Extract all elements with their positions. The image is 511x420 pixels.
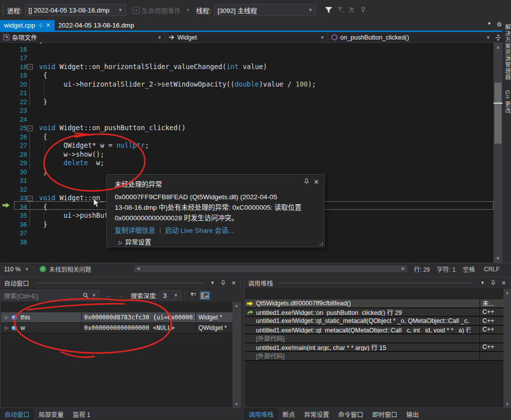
project-dropdown[interactable]: 杂项文件 ▼ <box>0 32 165 43</box>
window-position-icon[interactable]: ▼ <box>209 280 216 285</box>
scroll-up-arrow[interactable]: ▲ <box>503 290 511 295</box>
right-panel-tab-0[interactable]: 调用堆栈 <box>244 408 278 420</box>
scroll-left-arrow[interactable]: ◀ <box>136 266 140 271</box>
callstack-frame-0[interactable]: Qt5Widgets.dll!00007ff9cfb8fead()未... <box>245 299 503 308</box>
code-line-20[interactable]: 20 ui->horizontalSlider_2->setWindowOpac… <box>0 80 503 89</box>
fold-collapse-icon[interactable]: − <box>27 196 33 201</box>
health-check-icon[interactable]: ✓ <box>40 266 46 272</box>
value-cell[interactable]: 0x0000000000000000 <NULL> <box>84 323 194 333</box>
scroll-right-arrow[interactable]: ▶ <box>402 266 405 271</box>
autos-row-w[interactable]: ▷w0x0000000000000000 <NULL>QWidget * <box>1 323 232 333</box>
scroll-up-arrow[interactable]: ▲ <box>232 303 240 308</box>
name-cell[interactable]: ▷this <box>1 312 81 322</box>
expand-triangle-icon[interactable]: ▷ <box>5 325 9 330</box>
scrollbar-thumb[interactable] <box>494 83 501 144</box>
autos-row-this[interactable]: ▷this0x000000d8783cfc30 {ui=0x000001f579… <box>1 312 232 323</box>
type-dropdown[interactable]: Widget ▼ <box>165 32 328 43</box>
callstack-frame-1[interactable]: untitled1.exe!Widget::on_pushButton_clic… <box>245 308 503 317</box>
code-line-24[interactable]: 24 <box>0 115 503 124</box>
code-line-23[interactable]: 23 <box>0 106 503 115</box>
forward-arrow-icon[interactable]: → <box>117 291 124 299</box>
gear-icon[interactable]: ⚙ <box>496 21 502 28</box>
toolbar-overflow[interactable]: ▼ <box>361 7 365 13</box>
solution-explorer-tab[interactable]: 解决方案资源管理器 <box>503 24 511 81</box>
window-position-icon[interactable]: ▼ <box>479 280 486 285</box>
flag-crossed-icon[interactable] <box>348 6 356 14</box>
code-line-29[interactable]: 29 delete w; <box>0 159 503 168</box>
scroll-down-arrow[interactable]: ▼ <box>503 402 511 406</box>
close-icon[interactable]: ✕ <box>500 280 507 286</box>
pin-icon[interactable] <box>490 280 496 286</box>
search-depth-combobox[interactable]: 3 ▼ <box>159 290 181 300</box>
scroll-down-arrow[interactable]: ▼ <box>232 402 240 406</box>
chevron-down-icon[interactable]: ▼ <box>92 293 96 298</box>
expand-triangle-icon[interactable]: ▷ <box>5 315 9 320</box>
callstack-frame-5[interactable]: untitled1.exe!main(int argc, char * * ar… <box>245 343 503 352</box>
code-line-28[interactable]: 28 w->show(); <box>0 150 503 159</box>
right-panel-tab-1[interactable]: 断点 <box>278 408 300 420</box>
close-icon[interactable]: ✕ <box>314 178 319 186</box>
callstack-frame-4[interactable]: [外部代码] <box>245 334 503 343</box>
type-cell[interactable]: Widget * <box>198 312 232 322</box>
code-line-22[interactable]: 22 } <box>0 98 503 107</box>
left-panel-tab-2[interactable]: 监视 1 <box>68 408 95 420</box>
scroll-down-arrow[interactable]: ▼ <box>493 256 502 261</box>
right-panel-tab-2[interactable]: 异常设置 <box>300 408 334 420</box>
tab-widget-cpp[interactable]: widget.cpp ⊹ ✕ <box>0 20 55 31</box>
value-cell[interactable]: 0x000000d8783cfc30 {ui=0x000001f5792... <box>84 312 194 322</box>
left-panel-tab-1[interactable]: 局部变量 <box>34 408 68 420</box>
process-combobox[interactable]: [] 2022-04-05 13-08-16.dmp ▼ <box>25 4 126 16</box>
code-line-21[interactable]: 21 <box>0 89 503 98</box>
thread-combobox[interactable]: [3092] 主线程 ▼ <box>214 4 316 16</box>
pin-properties-icon[interactable] <box>189 292 197 299</box>
autos-titlebar[interactable]: 自动窗口 ▼ ✕ <box>1 277 240 288</box>
exception-settings-expander[interactable]: ▷异常设置 <box>119 237 151 246</box>
right-panel-tab-3[interactable]: 命令窗口 <box>334 408 368 420</box>
git-changes-tab[interactable]: Git 更改 <box>503 90 511 114</box>
editor-horizontal-scrollbar[interactable]: ◀ ▶ <box>134 265 407 272</box>
scroll-up-arrow[interactable]: ▲ <box>493 45 502 50</box>
split-editor-button[interactable] <box>493 32 503 43</box>
whitespace-indicator[interactable]: 空格 <box>463 265 475 273</box>
name-cell[interactable]: ▷w <box>1 323 81 333</box>
close-icon[interactable]: ✕ <box>230 280 237 286</box>
start-live-share-link[interactable]: 启动 Live Share 会话... <box>165 225 234 235</box>
fold-collapse-icon[interactable]: − <box>27 126 33 131</box>
chevron-down-icon[interactable]: ▼ <box>25 267 29 272</box>
pin-icon[interactable] <box>220 280 226 286</box>
left-panel-tab-0[interactable]: 自动窗口 <box>0 408 34 420</box>
tab-dump-file[interactable]: 2022-04-05 13-08-16.dmp <box>55 20 138 31</box>
editor-vertical-scrollbar[interactable]: ▲ ▼ <box>493 43 502 263</box>
pin-icon[interactable]: ⊹ <box>38 22 43 29</box>
zoom-level[interactable]: 110 % <box>4 266 21 273</box>
code-line-18[interactable]: 18−void Widget::on_horizontalSlider_valu… <box>0 63 503 72</box>
code-line-19[interactable]: 19 { <box>0 71 503 80</box>
toolbar-grip[interactable] <box>2 5 4 16</box>
close-icon[interactable]: ✕ <box>46 22 50 29</box>
right-panel-tab-5[interactable]: 输出 <box>402 408 423 420</box>
chevron-down-icon[interactable]: ▼ <box>487 21 491 28</box>
autos-vertical-scrollbar[interactable]: ▲ ▼ <box>232 302 240 408</box>
code-line-17[interactable]: 17 <box>0 54 503 63</box>
callstack-frame-2[interactable]: untitled1.exe!Widget::qt_static_metacall… <box>245 317 503 326</box>
filter-threads-icon[interactable] <box>324 6 333 15</box>
callstack-vertical-scrollbar[interactable]: ▲ ▼ <box>503 289 511 408</box>
type-cell[interactable]: QWidget * <box>198 323 232 333</box>
code-line-26[interactable]: 26 { <box>0 133 503 142</box>
member-dropdown[interactable]: on_pushButton_clicked() ▼ <box>328 32 493 43</box>
right-panel-tab-4[interactable]: 即时窗口 <box>368 408 402 420</box>
code-line-25[interactable]: 25−void Widget::on_pushButton_clicked() <box>0 124 503 133</box>
copy-details-link[interactable]: 复制详细信息 <box>115 225 155 235</box>
callstack-frame-6[interactable]: [外部代码] <box>245 352 503 361</box>
code-line-27[interactable]: 27 QWidget* w = nullptr; <box>0 141 503 150</box>
show-values-inline-toggle[interactable]: ab <box>200 291 210 300</box>
resize-grip[interactable] <box>318 241 323 246</box>
back-arrow-icon[interactable]: ← <box>105 291 112 299</box>
callstack-frame-3[interactable]: untitled1.exe!Widget::qt_metacall(QMetaO… <box>245 326 503 335</box>
callstack-titlebar[interactable]: 调用堆栈 ▼ ✕ <box>244 277 510 288</box>
lifecycle-events-button[interactable]: 生命周期事件 ▼ <box>132 6 190 15</box>
filter-edit-icon[interactable] <box>336 6 345 14</box>
eol-indicator[interactable]: CRLF <box>484 266 499 273</box>
search-input[interactable]: 搜索(Ctrl+E) ▼ <box>1 290 99 301</box>
pin-icon[interactable] <box>304 178 309 185</box>
